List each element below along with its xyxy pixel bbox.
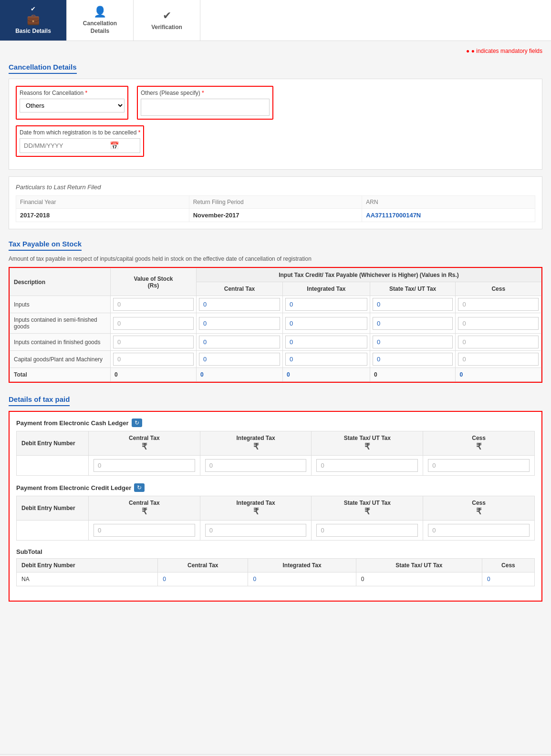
main-content: ● ● indicates mandatory fields Cancellat…	[0, 41, 551, 754]
credit-ledger-title: Payment from Electronic Credit Ledger ↻	[16, 483, 535, 492]
th-credit-integrated: Integrated Tax ₹	[200, 496, 312, 521]
date-field-group: Date from which registration is to be ca…	[16, 125, 144, 157]
cell-capital-state	[370, 351, 456, 368]
credit-cess-input[interactable]	[428, 524, 530, 537]
tax-stock-table-wrap: Description Value of Stock(Rs) Input Tax…	[9, 267, 542, 383]
cell-inputs-state	[370, 296, 456, 313]
input-finished-state[interactable]	[373, 336, 453, 348]
reasons-field-group: Reasons for Cancellation * Others	[16, 86, 128, 120]
cell-semi-cess	[456, 313, 541, 334]
credit-central-cell	[88, 521, 200, 541]
others-input[interactable]	[141, 99, 270, 116]
particulars-section: Particulars to Last Return Filed Financi…	[9, 176, 542, 229]
cash-ledger-label: Payment from Electronic Cash Ledger	[16, 419, 129, 427]
credit-ledger-refresh-btn[interactable]: ↻	[134, 483, 145, 492]
th-integrated-tax: Integrated Tax	[282, 282, 370, 296]
input-capital-cess[interactable]	[458, 353, 539, 366]
date-input[interactable]	[20, 140, 106, 152]
desc-capital: Capital goods/Plant and Machinery	[10, 351, 111, 368]
step-verification[interactable]: ✔ Verification	[134, 0, 200, 41]
cash-central-input[interactable]	[94, 459, 195, 472]
rupee-icon-cash-central: ₹	[94, 441, 195, 452]
input-inputs-value[interactable]	[113, 298, 194, 311]
date-input-wrap: 📅	[20, 138, 140, 153]
input-semi-cess[interactable]	[458, 317, 539, 330]
cash-debit-cell	[17, 456, 89, 476]
particulars-grid: Financial Year Return Filing Period ARN …	[16, 195, 535, 222]
form-row-reasons: Reasons for Cancellation * Others Others…	[16, 86, 535, 120]
rupee-icon-credit-integrated: ₹	[205, 506, 307, 517]
input-finished-value[interactable]	[113, 336, 194, 348]
step-basic-details[interactable]: ✔ 💼 Basic Details	[0, 0, 67, 41]
th-cash-integrated: Integrated Tax ₹	[200, 431, 312, 456]
calendar-icon[interactable]: 📅	[106, 139, 123, 153]
input-semi-value[interactable]	[113, 317, 194, 330]
cancellation-details-title: Cancellation Details	[9, 63, 77, 74]
input-inputs-cess[interactable]	[458, 298, 539, 311]
th-credit-central: Central Tax ₹	[88, 496, 200, 521]
rupee-icon-cash-cess: ₹	[428, 441, 530, 452]
particulars-title: Particulars to Last Return Filed	[16, 184, 535, 191]
subtotal-central: 0	[158, 572, 248, 586]
credit-state-input[interactable]	[316, 524, 418, 537]
cell-semi-state	[370, 313, 456, 334]
th-subtotal-cess: Cess	[482, 559, 534, 572]
credit-ledger-row	[17, 521, 535, 541]
subtotal-state: 0	[356, 572, 482, 586]
tax-stock-table: Description Value of Stock(Rs) Input Tax…	[10, 268, 541, 382]
cash-integrated-cell	[200, 456, 312, 476]
th-value-stock: Value of Stock(Rs)	[111, 268, 197, 296]
date-required: *	[138, 129, 141, 136]
cell-capital-integrated	[282, 351, 370, 368]
cell-inputs-cess	[456, 296, 541, 313]
subtotal-table: Debit Entry Number Central Tax Integrate…	[16, 558, 535, 586]
particulars-header-fy: Financial Year	[16, 196, 189, 209]
cash-ledger-title: Payment from Electronic Cash Ledger ↻	[16, 419, 535, 427]
cash-integrated-input[interactable]	[205, 459, 307, 472]
reasons-select[interactable]: Others	[20, 99, 125, 112]
cell-inputs-integrated	[282, 296, 370, 313]
input-semi-central[interactable]	[199, 317, 280, 330]
input-finished-integrated[interactable]	[285, 336, 367, 348]
th-description: Description	[10, 268, 111, 296]
credit-ledger-label: Payment from Electronic Credit Ledger	[16, 484, 131, 491]
input-capital-value[interactable]	[113, 353, 194, 366]
th-cash-cess: Cess ₹	[423, 431, 535, 456]
input-inputs-central[interactable]	[199, 298, 280, 311]
step-verification-label: Verification	[151, 24, 182, 31]
th-credit-cess: Cess ₹	[423, 496, 535, 521]
input-finished-central[interactable]	[199, 336, 280, 348]
cash-cess-input[interactable]	[428, 459, 530, 472]
others-label: Others (Please specify) *	[141, 90, 270, 96]
input-finished-cess[interactable]	[458, 336, 539, 348]
total-row: Total 0 0 0 0 0	[10, 368, 541, 382]
total-cess: 0	[456, 368, 541, 382]
footer-bar: BACK SAVE & CONTINUE	[0, 754, 551, 756]
desc-inputs: Inputs	[10, 296, 111, 313]
cash-ledger-row	[17, 456, 535, 476]
rupee-icon-credit-central: ₹	[94, 506, 195, 517]
reasons-label: Reasons for Cancellation *	[20, 90, 125, 96]
input-inputs-state[interactable]	[373, 298, 453, 311]
th-cess: Cess	[456, 282, 541, 296]
cell-semi-integrated	[282, 313, 370, 334]
input-inputs-integrated[interactable]	[285, 298, 367, 311]
input-capital-integrated[interactable]	[285, 353, 367, 366]
others-form-group: Others (Please specify) *	[141, 90, 270, 116]
rupee-icon-credit-cess: ₹	[428, 506, 530, 517]
th-credit-debit-entry: Debit Entry Number	[17, 496, 89, 521]
input-semi-state[interactable]	[373, 317, 453, 330]
tax-paid-title: Details of tax paid	[9, 395, 70, 406]
input-capital-central[interactable]	[199, 353, 280, 366]
cash-state-input[interactable]	[316, 459, 418, 472]
subtotal-na: NA	[17, 572, 158, 586]
step-check-circle-icon: ✔	[163, 10, 171, 22]
step-cancellation-details[interactable]: 👤 CancellationDetails	[67, 0, 134, 41]
date-label: Date from which registration is to be ca…	[20, 129, 140, 136]
input-capital-state[interactable]	[373, 353, 453, 366]
credit-integrated-input[interactable]	[205, 524, 307, 537]
credit-ledger-table: Debit Entry Number Central Tax ₹ Integra…	[16, 496, 535, 541]
credit-central-input[interactable]	[94, 524, 195, 537]
cash-ledger-refresh-btn[interactable]: ↻	[132, 419, 142, 427]
input-semi-integrated[interactable]	[285, 317, 367, 330]
